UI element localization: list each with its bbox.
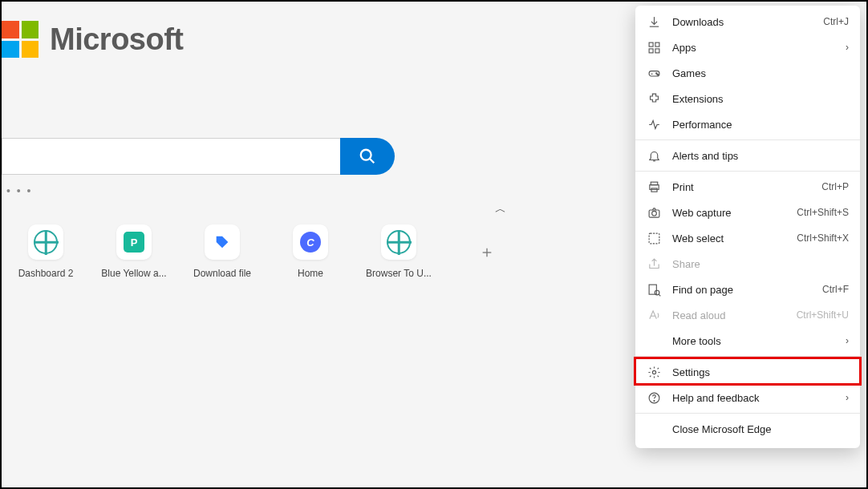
menu-label: Alerts and tips	[672, 150, 849, 162]
web-select-icon	[647, 231, 661, 245]
menu-label: Apps	[672, 42, 839, 54]
menu-shortcut: Ctrl+P	[821, 181, 849, 192]
menu-performance[interactable]: Performance	[635, 111, 860, 137]
svg-rect-13	[651, 188, 656, 191]
menu-shortcut: Ctrl+Shift+U	[797, 309, 849, 321]
menu-label: Web capture	[672, 207, 797, 219]
search-button[interactable]	[340, 138, 395, 175]
search-input[interactable]	[2, 138, 340, 175]
menu-close-edge[interactable]: Close Microsoft Edge	[635, 416, 860, 442]
quick-link-home[interactable]: C Home	[274, 224, 347, 279]
menu-help[interactable]: Help and feedback ›	[635, 385, 860, 410]
games-icon	[647, 66, 661, 80]
menu-label: Settings	[672, 366, 849, 378]
menu-read-aloud: Read aloud Ctrl+Shift+U	[635, 302, 860, 328]
quick-link-label: Browser To U...	[366, 268, 432, 279]
menu-downloads[interactable]: Downloads Ctrl+J	[635, 9, 860, 34]
menu-games[interactable]: Games	[635, 60, 860, 86]
svg-rect-16	[649, 233, 659, 244]
quick-link-download-file[interactable]: Download file	[186, 224, 258, 279]
quick-link-label: Home	[298, 268, 323, 279]
overflow-icon[interactable]: • • •	[6, 184, 32, 197]
quick-link-label: Blue Yellow a...	[101, 268, 166, 279]
globe-icon	[387, 230, 411, 254]
download-icon	[647, 14, 661, 29]
tag-icon	[213, 233, 231, 251]
svg-line-1	[370, 159, 375, 164]
globe-icon	[34, 230, 58, 254]
menu-shortcut: Ctrl+Shift+S	[797, 207, 849, 218]
plus-icon	[481, 246, 493, 259]
menu-label: Close Microsoft Edge	[672, 423, 849, 435]
microsoft-wordmark: Microsoft	[50, 22, 184, 57]
menu-extensions[interactable]: Extensions	[635, 86, 860, 111]
collapse-caret-icon[interactable]: ︿	[495, 202, 506, 216]
c-circle-icon: C	[300, 232, 321, 253]
quick-link-label: Download file	[193, 268, 251, 279]
gear-icon	[647, 365, 661, 379]
microsoft-logo-icon	[2, 21, 39, 58]
menu-settings[interactable]: Settings	[635, 359, 860, 385]
bell-icon	[647, 148, 661, 163]
menu-share: Share	[635, 251, 860, 277]
menu-label: Performance	[672, 119, 849, 131]
add-quick-link-button[interactable]	[451, 224, 523, 281]
menu-web-capture[interactable]: Web capture Ctrl+Shift+S	[635, 200, 860, 225]
menu-shortcut: Ctrl+J	[823, 16, 849, 27]
quick-link-label: Dashboard 2	[18, 268, 74, 279]
read-aloud-icon	[647, 308, 661, 322]
menu-label: Share	[672, 258, 849, 270]
menu-label: More tools	[672, 335, 839, 347]
svg-rect-5	[655, 42, 659, 46]
quick-links-row: Dashboard 2 P Blue Yellow a... Download …	[10, 224, 523, 281]
svg-point-15	[651, 211, 656, 216]
quick-link-blue-yellow[interactable]: P Blue Yellow a...	[98, 224, 170, 279]
menu-label: Help and feedback	[672, 392, 839, 404]
menu-label: Print	[672, 181, 821, 193]
help-icon	[647, 390, 661, 405]
menu-label: Web select	[672, 232, 797, 244]
search-icon	[359, 148, 376, 165]
print-icon	[647, 180, 661, 194]
extensions-icon	[647, 91, 661, 106]
menu-find[interactable]: Find on page Ctrl+F	[635, 277, 860, 302]
menu-label: Extensions	[672, 93, 849, 105]
menu-alerts[interactable]: Alerts and tips	[635, 143, 860, 168]
performance-icon	[647, 117, 661, 131]
share-icon	[647, 257, 661, 271]
chevron-right-icon: ›	[846, 335, 849, 346]
svg-point-20	[652, 370, 655, 374]
svg-rect-7	[655, 48, 659, 52]
svg-rect-4	[649, 42, 653, 46]
menu-shortcut: Ctrl+Shift+X	[797, 232, 849, 244]
chevron-right-icon: ›	[846, 42, 849, 53]
svg-point-22	[653, 400, 654, 401]
svg-point-10	[657, 74, 658, 75]
apps-icon	[647, 40, 661, 55]
svg-line-19	[659, 294, 660, 296]
p-box-icon: P	[124, 232, 144, 253]
menu-label: Games	[672, 67, 849, 79]
svg-point-0	[361, 150, 371, 160]
camera-icon	[647, 205, 661, 220]
quick-link-browser-to-u[interactable]: Browser To U...	[363, 224, 435, 279]
svg-rect-17	[649, 285, 656, 294]
quick-link-dashboard2[interactable]: Dashboard 2	[10, 224, 82, 279]
menu-label: Downloads	[672, 16, 823, 28]
menu-shortcut: Ctrl+F	[822, 284, 849, 295]
chevron-right-icon: ›	[846, 392, 849, 403]
menu-label: Find on page	[672, 284, 822, 296]
find-icon	[647, 282, 661, 297]
menu-print[interactable]: Print Ctrl+P	[635, 174, 860, 200]
svg-point-9	[655, 72, 656, 73]
menu-label: Read aloud	[672, 309, 797, 321]
svg-point-18	[655, 290, 659, 295]
svg-rect-6	[649, 48, 653, 52]
menu-web-select[interactable]: Web select Ctrl+Shift+X	[635, 225, 860, 251]
browser-menu: Downloads Ctrl+J Apps › Games Extensions…	[635, 6, 860, 448]
menu-more-tools[interactable]: More tools ›	[635, 328, 860, 354]
menu-apps[interactable]: Apps ›	[635, 34, 860, 60]
